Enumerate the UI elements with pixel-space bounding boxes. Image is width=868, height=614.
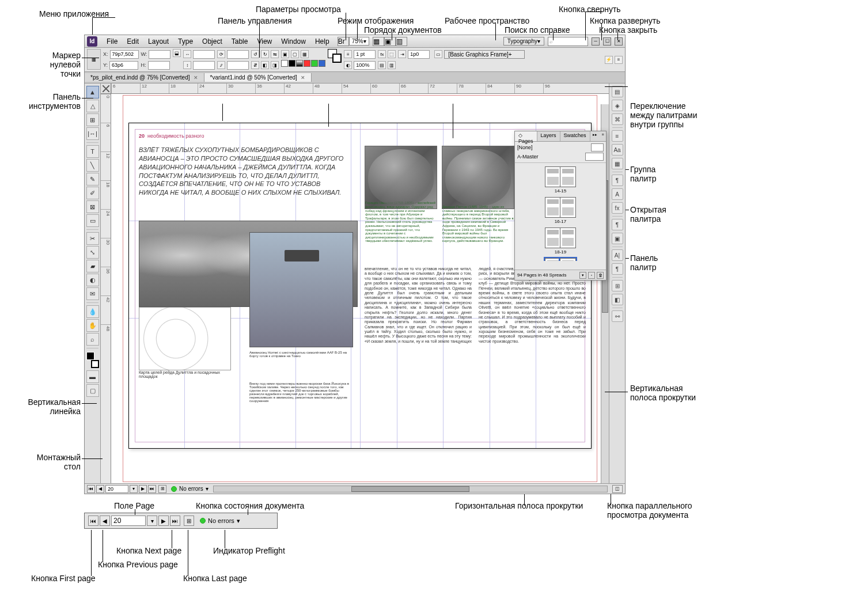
pages-panel-icon[interactable]: ▤: [612, 86, 623, 97]
char-styles-panel-icon[interactable]: A: [612, 188, 623, 200]
next-page-button-detail[interactable]: ▶: [158, 516, 169, 526]
minimize-button[interactable]: ─: [592, 37, 600, 46]
selection-tool[interactable]: ▲: [86, 86, 99, 98]
spread-thumb-14-15[interactable]: 14-15: [545, 166, 575, 194]
menu-object[interactable]: Object: [198, 37, 227, 46]
menu-file[interactable]: File: [102, 37, 122, 46]
gradient-feather-tool[interactable]: ◐: [86, 274, 99, 286]
corner-icon[interactable]: ⬚: [388, 50, 396, 58]
menu-help[interactable]: Help: [310, 37, 334, 46]
flip-h-icon[interactable]: ⇋: [271, 50, 279, 58]
palette-menu-icon[interactable]: ≡: [600, 131, 607, 141]
portrait-2[interactable]: Джордж Паттон (1885–1945) – один из глав…: [442, 146, 514, 209]
swatches-panel-icon[interactable]: ▦: [612, 158, 623, 169]
screen-mode-tool[interactable]: ▢: [86, 384, 99, 397]
text-wrap-icon[interactable]: ▤: [378, 61, 386, 69]
spread-thumb-16-17[interactable]: 16-17: [545, 197, 575, 224]
pathfinder-panel-icon[interactable]: ◧: [612, 294, 623, 305]
swatch-blue[interactable]: [319, 60, 325, 67]
hand-tool[interactable]: ✋: [86, 319, 99, 332]
rectangle-frame-tool[interactable]: ⊠: [86, 200, 99, 213]
palette-tab-pages[interactable]: ◇ Pages: [515, 131, 537, 141]
palette-tab-swatches[interactable]: Swatches: [560, 131, 590, 141]
close-icon[interactable]: ✕: [301, 75, 305, 81]
workspace-dropdown[interactable]: Typography ▾: [503, 37, 544, 46]
first-page-button-detail[interactable]: ⏮: [88, 516, 98, 526]
swatch-green[interactable]: [311, 60, 318, 67]
select-content-icon[interactable]: ◨: [271, 61, 279, 69]
master-a[interactable]: A-Master: [517, 152, 604, 161]
portrait-1[interactable]: Горацио Нельсон (1758–1805) – английский…: [365, 146, 437, 209]
constrain-proportions-icon[interactable]: ⬓: [173, 49, 181, 57]
arrange-docs-button[interactable]: ▥: [396, 37, 407, 46]
gap-tool[interactable]: |↔|: [86, 127, 99, 140]
split-view-button[interactable]: ◫: [612, 485, 623, 493]
shear-input[interactable]: [227, 61, 249, 70]
free-transform-tool[interactable]: ⤡: [86, 246, 99, 259]
menu-view[interactable]: View: [252, 37, 276, 46]
indent-input[interactable]: [408, 50, 430, 59]
app-icon[interactable]: Id: [87, 36, 97, 47]
type-tool[interactable]: T: [86, 145, 99, 158]
last-page-button-detail[interactable]: ⏭: [170, 516, 180, 526]
close-button[interactable]: ✕: [615, 37, 623, 46]
zoom-dropdown[interactable]: 75% ▾: [349, 37, 369, 46]
layers-panel-icon[interactable]: ◈: [612, 100, 623, 111]
page-field[interactable]: [105, 485, 128, 493]
edit-page-size-icon[interactable]: ▾: [579, 272, 586, 279]
h-input[interactable]: [148, 61, 170, 70]
eyedropper-tool[interactable]: 💧: [86, 305, 99, 318]
vertical-ruler[interactable]: 0 6 12 18 24 30 36 42 48: [101, 94, 111, 483]
swatch-none[interactable]: [281, 60, 288, 67]
apply-color-tool[interactable]: ▬: [86, 370, 99, 383]
x-input[interactable]: [110, 50, 139, 59]
open-doc-button-detail[interactable]: ⊞: [184, 516, 194, 526]
paragraph-panel-icon[interactable]: ¶: [612, 263, 623, 275]
first-page-button[interactable]: ⏮: [87, 485, 95, 493]
fx-icon[interactable]: fx: [378, 50, 386, 58]
doc-tab-2[interactable]: *variant1.indd @ 50% [Converted]✕: [204, 73, 312, 82]
object-style-dropdown[interactable]: [Basic Graphics Frame]+: [444, 50, 525, 59]
select-container-icon[interactable]: ◧: [261, 61, 269, 69]
delete-page-icon[interactable]: 🗑: [597, 272, 604, 279]
menu-window[interactable]: Window: [276, 37, 310, 46]
palette-collapse-icon[interactable]: ▸▸: [590, 131, 600, 141]
effects-panel-icon[interactable]: fx: [612, 202, 623, 214]
zoom-tool[interactable]: ⌕: [86, 333, 99, 346]
menu-layout[interactable]: Layout: [143, 37, 173, 46]
lead-paragraph[interactable]: ВЗЛЁТ ТЯЖЁЛЫХ СУХОПУТНЫХ БОМБАРДИРОВЩИКО…: [139, 146, 346, 197]
line-tool[interactable]: ╲: [86, 159, 99, 172]
rotate-ccw-icon[interactable]: ↺: [251, 50, 259, 58]
links-panel-icon[interactable]: ⌘: [612, 113, 623, 125]
quick-apply-icon[interactable]: ⚡: [605, 56, 613, 64]
stroke-weight-input[interactable]: [354, 50, 376, 59]
flip-v-icon[interactable]: ⇵: [251, 61, 259, 69]
hscroll-thumb[interactable]: [351, 486, 469, 492]
master-none[interactable]: [None]: [517, 143, 604, 152]
reference-point-proxy[interactable]: ▦: [87, 49, 101, 70]
palette-tab-layers[interactable]: Layers: [537, 131, 560, 141]
hyperlinks-panel-icon[interactable]: ⚯: [612, 310, 623, 322]
menu-table[interactable]: Table: [227, 37, 253, 46]
page-dropdown-button[interactable]: ▾: [130, 485, 138, 493]
horizontal-ruler[interactable]: 6 12 18 24 30 36 42 48 54 60 66 72 78 84…: [111, 84, 609, 94]
spread-thumb-20-21[interactable]: 20-21: [545, 258, 575, 261]
spread-thumb-18-19[interactable]: 18-19: [545, 228, 575, 255]
character-panel-icon[interactable]: A|: [612, 249, 623, 261]
opacity-input[interactable]: [354, 61, 376, 70]
text-wrap-2-icon[interactable]: ▥: [388, 61, 396, 69]
menu-type[interactable]: Type: [173, 37, 198, 46]
ruler-origin-marker[interactable]: [101, 84, 111, 94]
rotate-cw-icon[interactable]: ↻: [261, 50, 269, 58]
gradient-tool[interactable]: ▰: [86, 260, 99, 272]
map-diagram[interactable]: [139, 307, 231, 370]
fit-frame-icon[interactable]: ▢: [291, 50, 299, 58]
prev-page-button-detail[interactable]: ◀: [100, 516, 110, 526]
fill-stroke-tool[interactable]: [86, 352, 99, 368]
text-wrap-panel-icon[interactable]: ▣: [612, 233, 623, 244]
last-page-button[interactable]: ⏭: [148, 485, 156, 493]
help-search-input[interactable]: ⌕: [548, 37, 588, 46]
rectangle-tool[interactable]: ▭: [86, 214, 99, 227]
glyphs-panel-icon[interactable]: ¶: [612, 219, 623, 230]
preflight-status[interactable]: No errors ▾: [171, 486, 209, 492]
